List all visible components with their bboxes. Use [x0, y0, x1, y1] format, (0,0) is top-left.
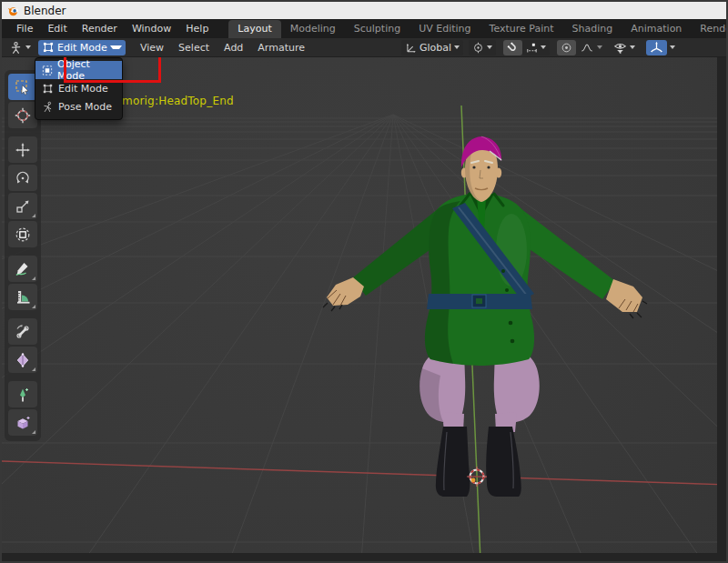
- menu-armature[interactable]: Armature: [250, 40, 312, 55]
- tab-layout[interactable]: Layout: [228, 20, 280, 38]
- move-tool[interactable]: [8, 136, 37, 163]
- tool-shelf: [5, 70, 41, 441]
- menu-item-pose-mode[interactable]: Pose Mode: [35, 97, 122, 116]
- scale-icon: [15, 198, 31, 215]
- bone-roll-icon: [15, 324, 31, 340]
- menu-select[interactable]: Select: [171, 40, 217, 55]
- tab-shading[interactable]: Shading: [563, 20, 622, 38]
- edit-mode-icon: [42, 83, 54, 95]
- tab-animation[interactable]: Animation: [622, 20, 691, 38]
- mode-dropdown[interactable]: Edit Mode: [38, 40, 126, 55]
- top-menubar: File Edit Render Window Help Layout Mode…: [2, 19, 726, 38]
- gizmo-toggle[interactable]: [646, 40, 667, 55]
- object-mode-icon: [42, 65, 53, 76]
- pivot-point-dropdown[interactable]: [469, 40, 496, 55]
- annotate-tool[interactable]: [8, 256, 37, 282]
- visibility-filter-dropdown[interactable]: [610, 40, 639, 55]
- measure-icon: [15, 289, 31, 306]
- chevron-down-icon: [487, 45, 492, 49]
- rotate-icon: [15, 170, 31, 186]
- bone-name-label: morig:HeadTop_End: [122, 95, 234, 107]
- chevron-down-icon: [25, 45, 31, 49]
- viewport-scene: [2, 57, 726, 561]
- workspace-tabs: Layout Modeling Sculpting UV Editing Tex…: [228, 19, 726, 38]
- menu-help[interactable]: Help: [178, 21, 216, 36]
- window-edge-bottom: [2, 553, 726, 561]
- menu-view[interactable]: View: [133, 40, 171, 55]
- edit-mode-icon: [42, 41, 55, 54]
- menu-file[interactable]: File: [9, 21, 40, 36]
- floor-grid: [2, 115, 726, 561]
- cursor-tool[interactable]: [8, 102, 37, 128]
- proportional-editing-icon: [561, 42, 572, 54]
- measure-tool[interactable]: [8, 284, 37, 310]
- chevron-down-icon: [110, 45, 122, 49]
- tab-texture-paint[interactable]: Texture Paint: [480, 20, 563, 38]
- window-title: Blender: [24, 5, 66, 17]
- bone-envelope-icon: [15, 352, 31, 368]
- proportional-falloff-dropdown[interactable]: [576, 40, 606, 55]
- menu-edit[interactable]: Edit: [40, 21, 74, 36]
- pivot-point-icon: [472, 42, 484, 54]
- scale-tool[interactable]: [8, 193, 37, 219]
- tab-modeling[interactable]: Modeling: [281, 20, 345, 38]
- extrude-icon: [15, 387, 31, 403]
- select-box-icon: [15, 79, 31, 96]
- chevron-down-icon: [670, 45, 675, 49]
- gizmo-toggle-icon: [650, 41, 663, 55]
- tab-uv-editing[interactable]: UV Editing: [410, 20, 480, 38]
- extrude-to-cursor-icon: [15, 415, 31, 431]
- bone-roll-tool[interactable]: [8, 318, 37, 345]
- transform-orientation-icon: [405, 42, 417, 54]
- move-icon: [15, 142, 31, 158]
- snap-toggle[interactable]: [503, 40, 522, 55]
- transform-tool[interactable]: [8, 221, 37, 247]
- tab-rendering[interactable]: Rendering: [691, 20, 726, 38]
- rotate-tool[interactable]: [8, 165, 37, 191]
- chevron-down-icon: [541, 45, 546, 49]
- menu-add[interactable]: Add: [217, 40, 250, 55]
- transform-orientation-dropdown[interactable]: Global: [401, 40, 463, 55]
- blender-window: Blender File Edit Render Window Help Lay…: [0, 0, 728, 563]
- chevron-down-icon: [454, 45, 460, 49]
- annotation-highlight-box: [64, 57, 161, 83]
- window-edge-right: [717, 57, 726, 561]
- proportional-editing-toggle[interactable]: [557, 40, 576, 55]
- viewport-header: Edit Mode View Select Add Armature Globa…: [2, 38, 726, 57]
- transform-icon: [15, 226, 31, 243]
- bone-envelope-tool[interactable]: [8, 347, 37, 373]
- mode-dropdown-menu: Object Mode Edit Mode Pose Mode: [35, 57, 123, 120]
- x-axis-line: [2, 461, 726, 485]
- annotate-icon: [15, 261, 31, 277]
- proportional-falloff-icon: [580, 42, 594, 54]
- extrude-tool[interactable]: [8, 381, 37, 407]
- chevron-down-icon: [630, 45, 635, 49]
- extrude-to-cursor-tool[interactable]: [8, 409, 37, 436]
- menu-window[interactable]: Window: [125, 21, 178, 36]
- menu-render[interactable]: Render: [75, 21, 125, 36]
- select-box-tool[interactable]: [8, 74, 37, 100]
- snap-magnet-icon: [507, 42, 519, 54]
- editor-type-3d-viewport-icon: [9, 41, 23, 55]
- snap-target-icon: [526, 42, 538, 54]
- titlebar: Blender: [2, 2, 726, 19]
- cursor-icon: [15, 107, 31, 124]
- 3d-viewport[interactable]: morig:HeadTop_End: [2, 57, 726, 561]
- pose-mode-icon: [42, 101, 54, 113]
- chevron-down-icon: [597, 45, 602, 49]
- snap-target-dropdown[interactable]: [522, 40, 550, 55]
- blender-logo-icon: [7, 5, 19, 16]
- editor-type-selector[interactable]: [5, 40, 35, 55]
- tab-sculpting[interactable]: Sculpting: [345, 20, 410, 38]
- orientation-value: Global: [420, 42, 451, 54]
- mode-dropdown-value: Edit Mode: [57, 42, 107, 54]
- boots: [436, 427, 470, 497]
- visibility-filter-icon: [613, 41, 627, 55]
